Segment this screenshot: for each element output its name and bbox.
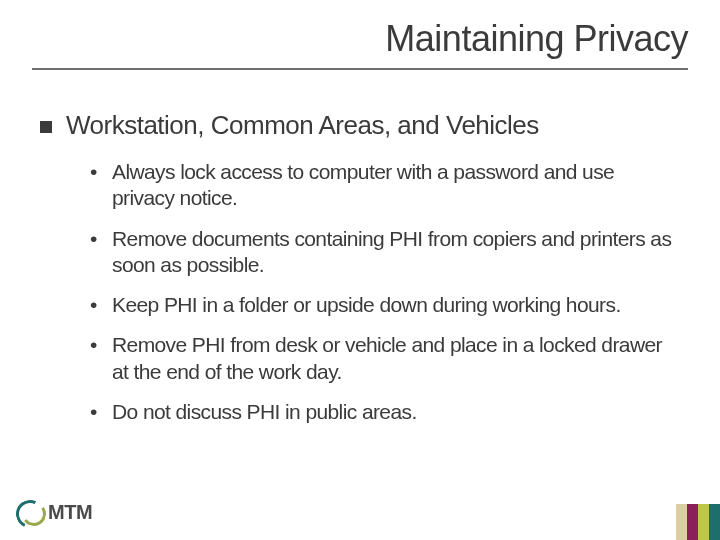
list-item: Remove PHI from desk or vehicle and plac… — [90, 332, 680, 385]
accent-bar — [676, 504, 687, 540]
logo-text: MTM — [48, 501, 92, 524]
section-heading-text: Workstation, Common Areas, and Vehicles — [66, 110, 539, 141]
bullet-list: Always lock access to computer with a pa… — [90, 159, 680, 425]
list-item: Do not discuss PHI in public areas. — [90, 399, 680, 425]
accent-bars — [676, 504, 720, 540]
list-item: Remove documents containing PHI from cop… — [90, 226, 680, 279]
accent-bar — [709, 504, 720, 540]
list-item: Always lock access to computer with a pa… — [90, 159, 680, 212]
accent-bar — [687, 504, 698, 540]
square-bullet-icon — [40, 121, 52, 133]
brand-logo: MTM — [16, 498, 92, 526]
logo-mark-icon — [16, 498, 44, 526]
section-heading: Workstation, Common Areas, and Vehicles — [40, 110, 680, 141]
slide: Maintaining Privacy Workstation, Common … — [0, 0, 720, 540]
content-block: Workstation, Common Areas, and Vehicles … — [40, 110, 680, 439]
slide-title: Maintaining Privacy — [32, 18, 688, 64]
accent-bar — [698, 504, 709, 540]
title-underline — [32, 68, 688, 70]
list-item: Keep PHI in a folder or upside down duri… — [90, 292, 680, 318]
title-block: Maintaining Privacy — [0, 18, 720, 76]
